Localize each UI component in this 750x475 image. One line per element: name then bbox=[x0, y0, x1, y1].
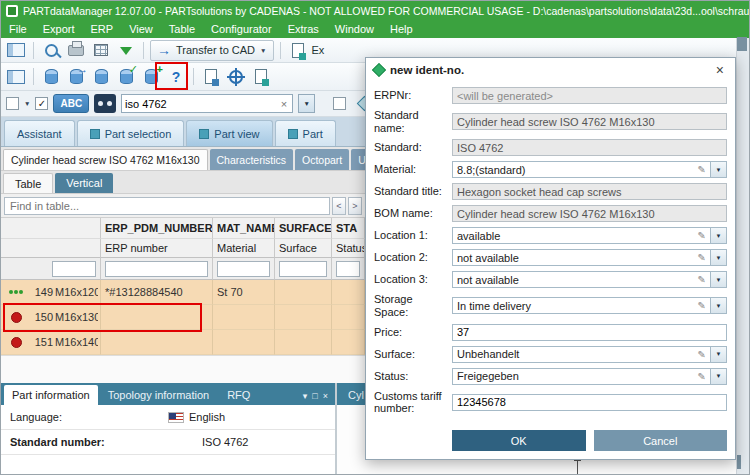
header-sta[interactable]: STA bbox=[332, 218, 365, 239]
cancel-button[interactable]: Cancel bbox=[594, 430, 728, 451]
abc-search-button[interactable]: ABC bbox=[53, 94, 89, 113]
panel-layout-icon[interactable] bbox=[5, 39, 27, 61]
header-erp-pdm-number[interactable]: ERP_PDM_NUMBER bbox=[101, 218, 213, 239]
panel-menu-icon[interactable]: ▾ bbox=[303, 391, 308, 401]
status-dropdown-button[interactable]: ▼ bbox=[711, 368, 727, 385]
tab-vertical[interactable]: Vertical bbox=[55, 173, 113, 193]
cell-status[interactable] bbox=[332, 280, 365, 305]
cell-status[interactable] bbox=[332, 305, 365, 330]
dock-icon-7[interactable] bbox=[739, 455, 741, 469]
green-dropdown-icon[interactable] bbox=[115, 39, 137, 61]
tab-octopart[interactable]: Octopart bbox=[295, 149, 349, 170]
header-status[interactable]: Status bbox=[332, 239, 365, 258]
customs-tariff-input[interactable] bbox=[452, 394, 727, 411]
preview-checkbox[interactable] bbox=[333, 97, 346, 110]
panel-layout-icon[interactable] bbox=[5, 66, 27, 88]
search-input[interactable] bbox=[125, 98, 279, 110]
tab-part-view[interactable]: Part view bbox=[186, 120, 272, 146]
tab-part-information[interactable]: Part information bbox=[4, 385, 98, 405]
table-row-149[interactable]: 149 M16x120 *#13128884540 St 70 bbox=[1, 280, 365, 305]
find-prev-button[interactable]: < bbox=[332, 197, 346, 215]
filter-erp-input[interactable] bbox=[105, 261, 208, 277]
menu-view[interactable]: View bbox=[121, 20, 161, 38]
filter-surface-input[interactable] bbox=[279, 261, 327, 277]
location1-field[interactable]: available✎ bbox=[452, 227, 711, 244]
header-mat-name[interactable]: MAT_NAME bbox=[213, 218, 275, 239]
panel-float-icon[interactable]: □ bbox=[312, 391, 317, 401]
menu-export[interactable]: Export bbox=[35, 20, 83, 38]
cell-material[interactable]: St 70 bbox=[213, 280, 275, 305]
filter-name-input[interactable] bbox=[52, 261, 96, 277]
header-material[interactable]: Material bbox=[213, 239, 275, 258]
filter-material-input[interactable] bbox=[217, 261, 270, 277]
doc-copy-icon[interactable] bbox=[200, 66, 222, 88]
status-field[interactable]: Freigegeben✎ bbox=[452, 368, 711, 385]
search-settings-icon[interactable] bbox=[40, 39, 62, 61]
cell-erp-number[interactable]: *#13128884540 bbox=[101, 280, 213, 305]
menu-erp[interactable]: ERP bbox=[83, 20, 122, 38]
location2-dropdown-button[interactable]: ▼ bbox=[711, 249, 727, 266]
header-surface[interactable]: SURFACE bbox=[275, 218, 332, 239]
db-link-icon[interactable]: → bbox=[65, 66, 87, 88]
clear-search-icon[interactable]: × bbox=[279, 98, 289, 110]
transfer-to-cad-button[interactable]: → Transfer to CAD ▼ bbox=[150, 40, 274, 61]
cell-surface[interactable] bbox=[275, 305, 332, 330]
tab-part-comparison[interactable]: Part bbox=[275, 120, 336, 146]
tab-topology-information[interactable]: Topology information bbox=[100, 385, 218, 405]
menu-file[interactable]: File bbox=[1, 20, 35, 38]
dock-icon-5[interactable] bbox=[745, 37, 747, 51]
material-field[interactable]: 8.8;(standard)✎ bbox=[452, 161, 711, 178]
storage-space-dropdown-button[interactable]: ▼ bbox=[711, 297, 727, 314]
filter-status-input[interactable] bbox=[336, 261, 360, 277]
tab-assistant[interactable]: Assistant bbox=[4, 120, 75, 146]
tab-characteristics[interactable]: Characteristics bbox=[210, 149, 293, 170]
header-surface-sub[interactable]: Surface bbox=[275, 239, 332, 258]
surface-dropdown-button[interactable]: ▼ bbox=[711, 346, 727, 363]
menu-configurator[interactable]: Configurator bbox=[203, 20, 280, 38]
doc-export-icon[interactable] bbox=[250, 66, 272, 88]
table-row-151[interactable]: 151 M16x140 bbox=[1, 330, 365, 355]
db-update-icon[interactable]: ✓ bbox=[115, 66, 137, 88]
cell-erp-number[interactable] bbox=[101, 305, 213, 330]
surface-field[interactable]: Unbehandelt✎ bbox=[452, 346, 711, 363]
location3-field[interactable]: not available✎ bbox=[452, 271, 711, 288]
db-view-icon[interactable] bbox=[40, 66, 62, 88]
header-erp-number[interactable]: ERP number bbox=[101, 239, 213, 258]
location3-dropdown-button[interactable]: ▼ bbox=[711, 271, 727, 288]
filter-menu-checkbox[interactable] bbox=[6, 97, 19, 110]
new-ident-icon[interactable]: + bbox=[140, 66, 162, 88]
filter-menu-chevron-icon[interactable]: ▼ bbox=[24, 100, 30, 107]
material-dropdown-button[interactable]: ▼ bbox=[711, 161, 727, 178]
location2-field[interactable]: not available✎ bbox=[452, 249, 711, 266]
find-in-table-input[interactable] bbox=[4, 197, 330, 215]
language-select[interactable]: English bbox=[168, 411, 225, 423]
tab-table[interactable]: Table bbox=[3, 173, 53, 193]
cell-surface[interactable] bbox=[275, 330, 332, 355]
menu-help[interactable]: Help bbox=[382, 20, 421, 38]
find-next-button[interactable]: > bbox=[348, 197, 362, 215]
panel-close-icon[interactable]: × bbox=[323, 391, 328, 401]
menu-window[interactable]: Window bbox=[327, 20, 382, 38]
binoculars-search-icon[interactable] bbox=[94, 94, 116, 113]
cell-material[interactable] bbox=[213, 305, 275, 330]
menu-extras[interactable]: Extras bbox=[280, 20, 327, 38]
help-config-icon[interactable]: ? bbox=[165, 66, 187, 88]
location1-dropdown-button[interactable]: ▼ bbox=[711, 227, 727, 244]
target-icon[interactable] bbox=[225, 66, 247, 88]
dialog-close-icon[interactable]: × bbox=[713, 63, 727, 77]
table-row-150[interactable]: 150 M16x130 bbox=[1, 305, 365, 330]
search-dropdown-button[interactable]: ▼ bbox=[298, 94, 315, 113]
db-sync-icon[interactable] bbox=[90, 66, 112, 88]
cell-surface[interactable] bbox=[275, 280, 332, 305]
tab-part-selection[interactable]: Part selection bbox=[77, 120, 185, 146]
search-option-checkbox[interactable]: ✓ bbox=[35, 97, 48, 110]
ok-button[interactable]: OK bbox=[452, 430, 586, 451]
cell-status[interactable] bbox=[332, 330, 365, 355]
table-view-icon[interactable] bbox=[90, 39, 112, 61]
price-input[interactable] bbox=[452, 324, 727, 341]
cell-erp-number[interactable] bbox=[101, 330, 213, 355]
cell-material[interactable] bbox=[213, 330, 275, 355]
menu-table[interactable]: Table bbox=[161, 20, 203, 38]
tab-current-part[interactable]: Cylinder head screw ISO 4762 M16x130 bbox=[3, 149, 208, 170]
tab-rfq[interactable]: RFQ bbox=[219, 385, 258, 405]
